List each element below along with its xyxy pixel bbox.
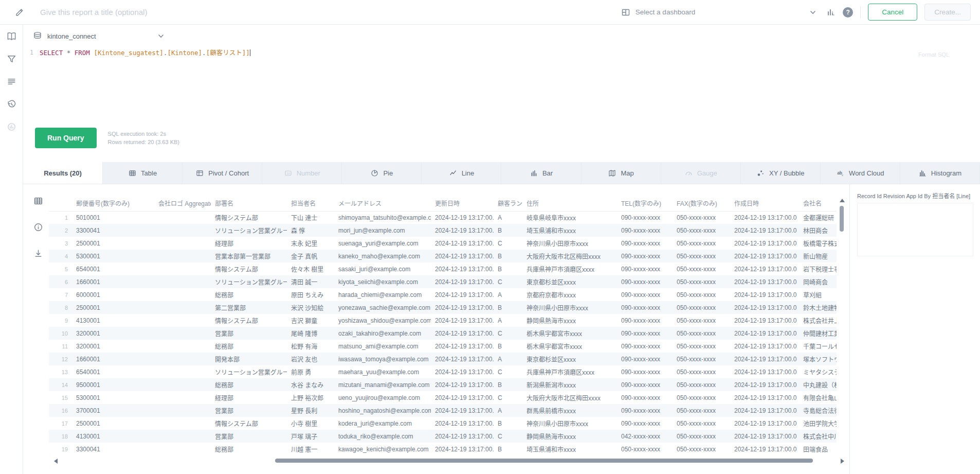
- table-cell: 2024-12-19 13:17:00.0: [730, 275, 799, 288]
- report-title-input[interactable]: [40, 8, 328, 16]
- horizontal-scrollbar[interactable]: [275, 459, 813, 463]
- query-list-icon[interactable]: [6, 76, 17, 87]
- create-button[interactable]: Create...: [924, 4, 971, 21]
- tab-bar[interactable]: Bar: [501, 162, 581, 184]
- table-cell: 050-xxxx-xxxx: [617, 443, 673, 455]
- column-header[interactable]: 更新日時: [431, 196, 494, 211]
- mini-chart-line[interactable]: [857, 203, 973, 256]
- column-header[interactable]: 部署名: [211, 196, 287, 211]
- table-row[interactable]: 155300001経理部上野 裕次郎ueno_yuujirou@example.…: [49, 391, 837, 404]
- column-header[interactable]: 会社名: [799, 196, 837, 211]
- format-sql-link[interactable]: Format SQL: [918, 51, 949, 58]
- bubble-icon: [756, 169, 765, 178]
- table-grid-icon[interactable]: [33, 196, 44, 206]
- table-cell: 050-xxxx-xxxx: [673, 404, 730, 417]
- tab-histogram[interactable]: Histogram: [900, 162, 980, 184]
- table-cell: 2024-12-19 13:17:00.0: [431, 443, 494, 455]
- row-number: 1: [49, 211, 72, 224]
- table-row[interactable]: 193300041総務部川越 憲一kawagoe_kenichi@example…: [49, 443, 837, 455]
- table-cell: 3200001: [72, 327, 154, 340]
- table-row[interactable]: 149500001総務部水谷 まなみmizutani_manami@exampl…: [49, 378, 837, 391]
- tab-pivot[interactable]: Pivot / Cohort: [183, 162, 262, 184]
- number-icon: 10: [284, 169, 293, 178]
- sql-code-area[interactable]: 1 SELECT * FROM [Kintone_sugatest].[Kint…: [23, 48, 980, 57]
- tab-label: Word Cloud: [849, 169, 884, 177]
- table-cell: [154, 430, 211, 443]
- connection-selector[interactable]: kintone_connect: [23, 25, 980, 41]
- tab-label: Pivot / Cohort: [208, 169, 249, 177]
- chart-history-icon[interactable]: [6, 121, 17, 132]
- column-header[interactable]: 担当者名: [287, 196, 334, 211]
- tab-pie[interactable]: Pie: [342, 162, 422, 184]
- table-cell: 050-xxxx-xxxx: [673, 301, 730, 314]
- column-header[interactable]: TEL(数字のみ): [617, 196, 673, 211]
- table-cell: 5300001: [72, 391, 154, 404]
- table-row[interactable]: 76000001総務部原田 ちえみharada_chiemi@example.c…: [49, 288, 837, 301]
- filter-icon[interactable]: [6, 54, 17, 64]
- tab-line[interactable]: Line: [422, 162, 501, 184]
- history-icon[interactable]: [6, 99, 17, 110]
- table-row[interactable]: 61660001ソリューション営業グループ清田 誠一kiyota_seiichi…: [49, 275, 837, 288]
- results-table-scroll[interactable]: 郵便番号(数字のみ)会社ロゴ Aggregate部署名担当者名メールアドレス更新…: [49, 196, 837, 457]
- schema-book-icon[interactable]: [6, 31, 17, 42]
- table-cell: B: [494, 443, 522, 455]
- map-icon: [608, 169, 616, 178]
- column-header[interactable]: FAX(数字のみ): [673, 196, 730, 211]
- table-cell: 2024-12-19 13:17:00.0: [431, 301, 494, 314]
- dashboard-select[interactable]: Select a dashboard: [621, 7, 818, 17]
- table-cell: [154, 378, 211, 391]
- table-cell: B: [494, 250, 522, 262]
- pie-icon: [370, 169, 379, 178]
- chart-settings-icon[interactable]: [825, 7, 836, 17]
- info-icon[interactable]: [33, 222, 44, 233]
- table-row[interactable]: 136540001ソリューション営業グループ前原 勇maehara_yuu@ex…: [49, 365, 837, 378]
- scroll-up-arrow[interactable]: [840, 199, 845, 202]
- tab-xy-bubble[interactable]: XY / Bubble: [741, 162, 821, 184]
- table-row[interactable]: 172500001情報システム部小寺 樹里kodera_juri@example…: [49, 417, 837, 430]
- table-cell: 吉沢 獅童: [287, 314, 334, 327]
- column-header[interactable]: メールアドレス: [334, 196, 431, 211]
- table-row[interactable]: 163700001営業部星野 長利hoshino_nagatoshi@examp…: [49, 404, 837, 417]
- table-row[interactable]: 15010001情報システム部下山 達士shimoyama_tatsuhito@…: [49, 211, 837, 224]
- column-header[interactable]: 住所: [522, 196, 617, 211]
- table-cell: 050-xxxx-xxxx: [673, 443, 730, 455]
- table-cell: 2024-12-19 13:17:00.0: [730, 237, 799, 250]
- column-header[interactable]: 郵便番号(数字のみ): [72, 196, 154, 211]
- table-cell: [154, 443, 211, 455]
- tab-results[interactable]: Results (20): [23, 162, 103, 184]
- table-cell: 042-xxxx-xxxx: [617, 430, 673, 443]
- connection-name: kintone_connect: [47, 32, 124, 40]
- table-cell: 050-xxxx-xxxx: [673, 365, 730, 378]
- tab-word-cloud[interactable]: abcWord Cloud: [821, 162, 900, 184]
- column-header[interactable]: 作成日時: [730, 196, 799, 211]
- tab-label: Map: [621, 169, 633, 177]
- table-row[interactable]: 103200001営業部尾崎 隆博ozaki_takahiro@example.…: [49, 327, 837, 340]
- download-icon[interactable]: [33, 248, 44, 259]
- table-row[interactable]: 82500001第二営業部米沢 沙知絵yonezawa_sachie@examp…: [49, 301, 837, 314]
- table-row[interactable]: 56540001情報システム部佐々木 樹里sasaki_juri@example…: [49, 262, 837, 275]
- table-row[interactable]: 184130001営業部戸塚 璃子toduka_riko@example.com…: [49, 430, 837, 443]
- table-cell: 新山物産: [799, 250, 837, 262]
- table-row[interactable]: 94130001情報システム部吉沢 獅童yoshizawa_shidou@exa…: [49, 314, 837, 327]
- table-row[interactable]: 113200001総務部松野 有海matsuno_ami@example.com…: [49, 340, 837, 353]
- table-cell: iwasawa_tomoya@example.com: [334, 353, 431, 365]
- scroll-right-arrow[interactable]: [841, 459, 844, 464]
- table-row[interactable]: 121660001開発本部岩沢 友也iwasawa_tomoya@example…: [49, 353, 837, 365]
- vertical-scrollbar[interactable]: [840, 206, 844, 232]
- tab-map[interactable]: Map: [582, 162, 661, 184]
- table-row[interactable]: 45300001営業本部第一営業部金子 真帆kaneko_maho@exampl…: [49, 250, 837, 262]
- tab-table[interactable]: Table: [103, 162, 183, 184]
- table-cell: 2024-12-19 13:17:00.0: [730, 224, 799, 237]
- cancel-button[interactable]: Cancel: [868, 4, 917, 21]
- gauge-icon: [684, 169, 693, 178]
- column-header[interactable]: 会社ロゴ Aggregate: [154, 196, 211, 211]
- table-row[interactable]: 23300041ソリューション営業グループ森 惇mori_jun@example…: [49, 224, 837, 237]
- scroll-left-arrow[interactable]: [54, 459, 58, 464]
- table-cell: 総務部: [211, 340, 287, 353]
- column-header[interactable]: [49, 196, 72, 211]
- table-cell: 050-xxxx-xxxx: [673, 288, 730, 301]
- run-query-button[interactable]: Run Query: [35, 128, 97, 148]
- table-row[interactable]: 32500001経理部末永 妃里suenaga_yuri@example.com…: [49, 237, 837, 250]
- column-header[interactable]: 顧客ランク: [494, 196, 522, 211]
- help-icon[interactable]: ?: [843, 7, 853, 17]
